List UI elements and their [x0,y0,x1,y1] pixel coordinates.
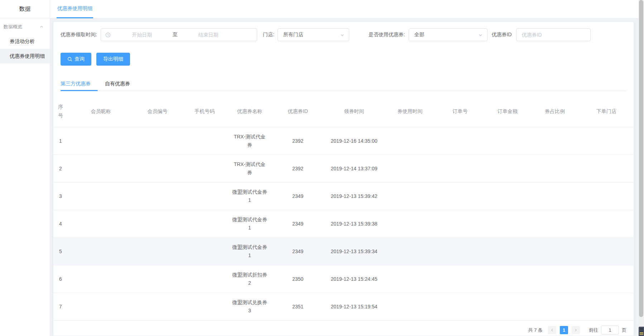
table-cell [134,210,181,238]
search-button-label: 查询 [75,56,85,62]
table-cell: 5 [53,238,68,265]
table-row[interactable]: 4微盟测试代金券123492019-12-13 15:39:38 [53,210,634,238]
table-cell: 4 [53,210,68,238]
table-cell: 2349 [271,183,325,210]
coupon-used-label: 是否使用优惠券: [369,32,405,38]
prev-page-button[interactable] [548,326,556,334]
table-cell [436,238,484,265]
table-cell [68,293,134,321]
end-date-input[interactable] [180,32,253,38]
table-cell [531,238,578,265]
tab-third-party-coupon[interactable]: 第三方优惠券 [61,76,98,91]
table-cell [181,210,228,238]
table-cell [436,155,484,183]
table-cell: 2019-12-14 13:37:09 [325,155,384,183]
table-cell: 微盟测试代金券1 [228,210,271,238]
coupon-table: 序号会员昵称会员编号手机号码优惠券名称优惠券ID领券时间券使用时间订单号订单金额… [53,95,634,321]
table-cell: 6 [53,265,68,293]
action-bar: 查询 导出明细 [61,53,626,66]
table-cell [436,183,484,210]
table-cell: 3 [53,183,68,210]
sidebar-item-label: 优惠券使用明细 [10,53,45,60]
column-header: 优惠券ID [271,95,325,127]
table-cell [531,127,578,155]
sidebar-group-label: 数据概览 [4,24,22,30]
coupon-type-tabs: 第三方优惠券 自有优惠券 [61,76,626,91]
table-cell: 微盟测试兑换券3 [228,293,271,321]
table-cell [484,238,531,265]
page-suffix-label: 页 [622,327,626,333]
column-header: 手机号码 [181,95,228,127]
table-cell [436,210,484,238]
table-cell [181,127,228,155]
chevron-down-icon [340,33,345,37]
coupon-id-label: 优惠券ID [492,32,512,38]
goto-page-input[interactable] [601,326,619,335]
sidebar-group-data-overview[interactable]: 数据概览 [0,20,50,34]
table-cell [531,293,578,321]
table-cell [436,293,484,321]
date-range-picker[interactable]: 至 [101,28,257,41]
page-number-button[interactable]: 1 [560,326,568,334]
table-cell [531,265,578,293]
table-cell [181,183,228,210]
tab-coupon-usage-detail[interactable]: 优惠券使用明细 [57,0,93,18]
table-cell [531,210,578,238]
table-row[interactable]: 6微盟测试折扣券223502019-12-13 15:24:45 [53,265,634,293]
table-cell: 2019-12-16 14:35:00 [325,127,384,155]
sidebar-item-coupon-usage-detail[interactable]: 优惠券使用明细 [0,49,50,63]
sidebar-item-coupon-activity[interactable]: 券活动分析 [0,34,50,49]
browser-scrollbar[interactable] [638,0,644,336]
table-cell [531,183,578,210]
table-cell [484,293,531,321]
column-header: 领券时间 [325,95,384,127]
coupon-id-input[interactable] [516,28,591,41]
table-row[interactable]: 3微盟测试代金券123492019-12-13 15:39:42 [53,183,634,210]
table-cell [68,155,134,183]
date-range-separator: 至 [170,32,180,38]
table-cell: 2019-12-13 15:19:54 [325,293,384,321]
column-header: 会员昵称 [68,95,134,127]
next-page-button[interactable] [572,326,580,334]
table-row[interactable]: 7微盟测试兑换券323512019-12-13 15:19:54 [53,293,634,321]
table-cell [134,293,181,321]
coupon-table-wrap: 序号会员昵称会员编号手机号码优惠券名称优惠券ID领券时间券使用时间订单号订单金额… [53,95,634,321]
store-select[interactable]: 所有门店 [278,28,349,41]
table-cell: 微盟测试代金券1 [228,183,271,210]
table-row[interactable]: 2TRX-测试代金券23922019-12-14 13:37:09 [53,155,634,183]
coupon-used-select[interactable]: 全部 [409,28,487,41]
scrollbar-thumb[interactable] [639,0,643,317]
floating-corner-widget-icon[interactable] [639,327,644,336]
tab-own-coupon[interactable]: 自有优惠券 [98,76,137,91]
chevron-down-icon [478,33,483,37]
table-cell [134,155,181,183]
goto-page: 前往 页 [589,326,626,335]
table-row[interactable]: 5微盟测试代金券123492019-12-13 15:39:34 [53,238,634,265]
table-cell [181,155,228,183]
table-cell: 2019-12-13 15:39:38 [325,210,384,238]
sidebar: 数据 数据概览 券活动分析 优惠券使用明细 [0,0,50,336]
table-cell: 2349 [271,210,325,238]
column-header: 订单号 [436,95,484,127]
table-cell [578,293,634,321]
export-button[interactable]: 导出明细 [96,53,130,66]
app: 数据 数据概览 券活动分析 优惠券使用明细 优惠券使用明细 优惠券领取时间: [0,0,644,336]
table-cell: 2019-12-13 15:39:42 [325,183,384,210]
table-body: 1TRX-测试代金券23922019-12-16 14:35:002TRX-测试… [53,127,634,321]
table-cell [384,293,436,321]
table-header: 序号会员昵称会员编号手机号码优惠券名称优惠券ID领券时间券使用时间订单号订单金额… [53,95,634,127]
sidebar-item-label: 券活动分析 [10,38,35,45]
table-row[interactable]: 1TRX-测试代金券23922019-12-16 14:35:00 [53,127,634,155]
table-cell [531,155,578,183]
table-cell [484,155,531,183]
chevron-up-icon [39,25,44,29]
coupon-used-select-value: 全部 [414,32,424,38]
column-header: 序号 [53,95,68,127]
start-date-input[interactable] [114,32,170,38]
table-cell: 2349 [271,238,325,265]
search-button[interactable]: 查询 [61,53,91,66]
search-icon [67,57,72,62]
content-card: 优惠券领取时间: 至 门店: 所有门店 [53,22,634,336]
table-cell [68,238,134,265]
clock-icon [105,32,111,38]
